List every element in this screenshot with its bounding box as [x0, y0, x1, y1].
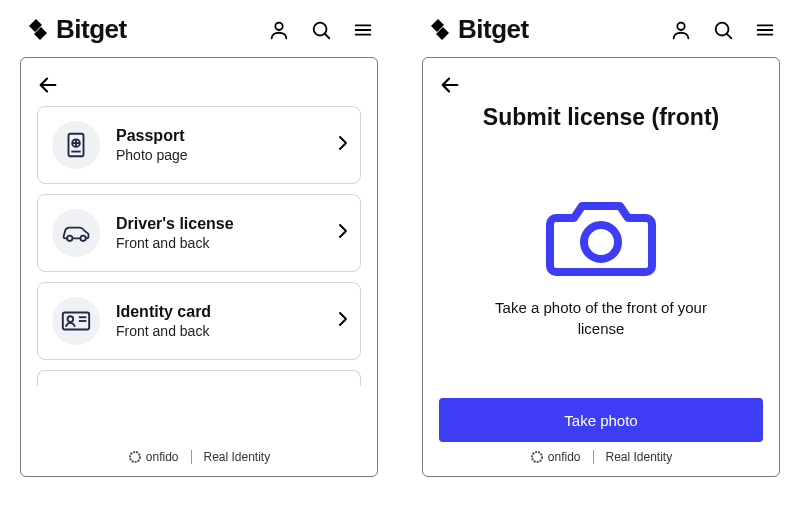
chevron-right-icon — [338, 223, 348, 243]
option-cutoff — [37, 370, 361, 386]
search-icon[interactable] — [310, 19, 332, 41]
screen-select-document: Bitget — [20, 0, 378, 477]
top-bar: Bitget — [20, 0, 378, 57]
menu-icon[interactable] — [352, 19, 374, 41]
menu-icon[interactable] — [754, 19, 776, 41]
svg-point-27 — [532, 452, 542, 462]
capture-panel: Submit license (front) Take a photo of t… — [422, 57, 780, 477]
id-card-icon — [52, 297, 100, 345]
provider-footer: onfido Real Identity — [37, 442, 361, 468]
option-subtitle: Photo page — [116, 147, 322, 163]
account-icon[interactable] — [268, 19, 290, 41]
brand-logo-icon — [24, 16, 52, 44]
svg-point-0 — [275, 22, 282, 29]
document-options: Passport Photo page — [37, 106, 361, 386]
provider-name: onfido — [146, 450, 179, 464]
back-icon[interactable] — [439, 74, 461, 96]
brand[interactable]: Bitget — [24, 14, 127, 45]
option-title: Passport — [116, 127, 322, 145]
option-subtitle: Front and back — [116, 323, 322, 339]
provider-name: onfido — [548, 450, 581, 464]
svg-point-12 — [67, 236, 72, 241]
capture-instruction: Take a photo of the front of your licens… — [476, 298, 726, 339]
top-actions — [268, 19, 374, 41]
provider-footer: onfido Real Identity — [439, 442, 763, 468]
brand-logo-icon — [426, 16, 454, 44]
passport-icon — [52, 121, 100, 169]
take-photo-button[interactable]: Take photo — [439, 398, 763, 442]
top-actions — [670, 19, 776, 41]
svg-point-15 — [68, 316, 74, 322]
capture-title: Submit license (front) — [439, 104, 763, 131]
svg-line-2 — [325, 33, 330, 38]
option-identity-card[interactable]: Identity card Front and back — [37, 282, 361, 360]
brand-name: Bitget — [56, 14, 127, 45]
screen-capture-front: Bitget — [422, 0, 780, 477]
svg-point-26 — [584, 225, 618, 259]
provider-tagline: Real Identity — [606, 450, 673, 464]
svg-point-19 — [677, 22, 684, 29]
onfido-brand: onfido — [128, 450, 179, 464]
option-passport[interactable]: Passport Photo page — [37, 106, 361, 184]
provider-tagline: Real Identity — [204, 450, 271, 464]
svg-point-13 — [80, 236, 85, 241]
brand[interactable]: Bitget — [426, 14, 529, 45]
document-select-panel: Passport Photo page — [20, 57, 378, 477]
camera-icon — [546, 190, 656, 280]
chevron-right-icon — [338, 311, 348, 331]
option-subtitle: Front and back — [116, 235, 322, 251]
car-icon — [52, 209, 100, 257]
back-icon[interactable] — [37, 74, 59, 96]
footer-divider — [593, 450, 594, 464]
option-title: Identity card — [116, 303, 322, 321]
footer-divider — [191, 450, 192, 464]
option-drivers-license[interactable]: Driver's license Front and back — [37, 194, 361, 272]
search-icon[interactable] — [712, 19, 734, 41]
top-bar: Bitget — [422, 0, 780, 57]
onfido-brand: onfido — [530, 450, 581, 464]
svg-line-21 — [727, 33, 732, 38]
svg-point-18 — [130, 452, 140, 462]
brand-name: Bitget — [458, 14, 529, 45]
capture-body: Take a photo of the front of your licens… — [439, 131, 763, 398]
account-icon[interactable] — [670, 19, 692, 41]
chevron-right-icon — [338, 135, 348, 155]
option-title: Driver's license — [116, 215, 322, 233]
